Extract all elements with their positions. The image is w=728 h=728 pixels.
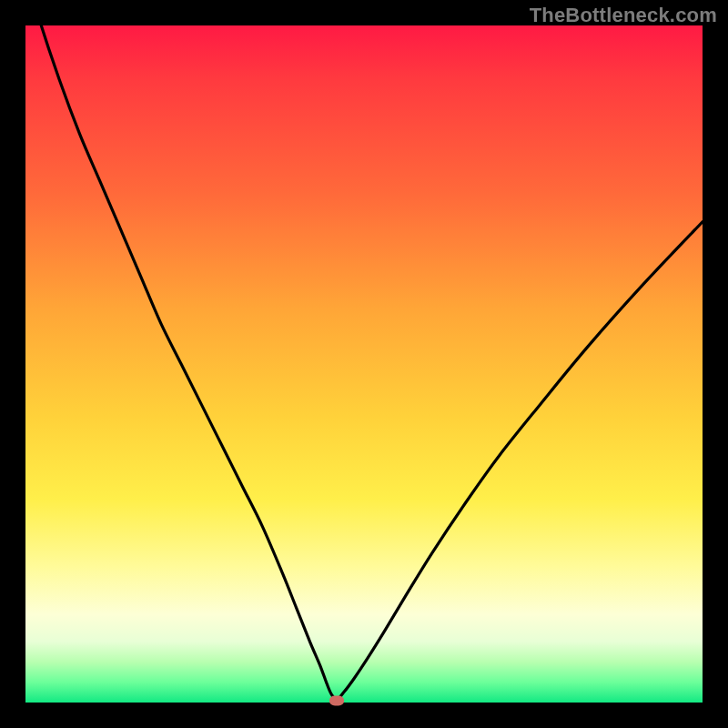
curve-svg [25,25,703,703]
chart-frame: TheBottleneck.com [0,0,728,728]
plot-area [25,25,703,703]
min-point-marker [329,695,344,705]
bottleneck-curve [25,0,703,699]
watermark-text: TheBottleneck.com [530,4,717,27]
